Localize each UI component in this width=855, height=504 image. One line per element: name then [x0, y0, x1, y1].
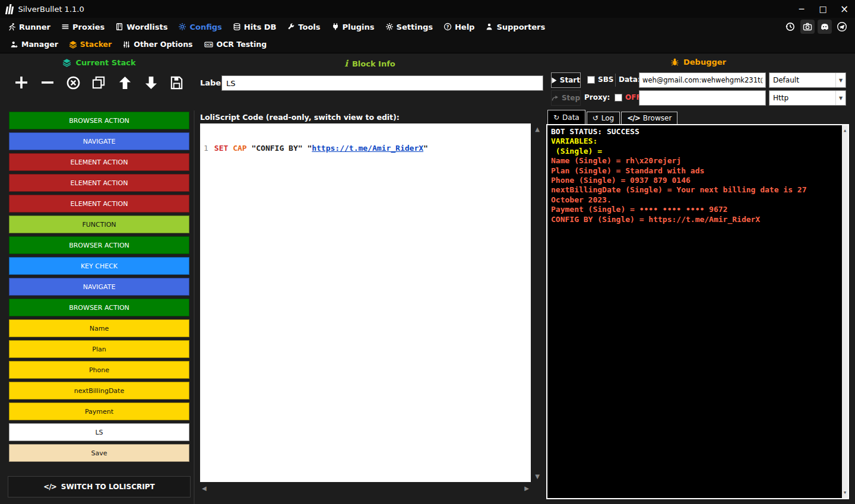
code-vertical-scrollbar[interactable]: ▲ ▼	[532, 123, 543, 482]
stack-block[interactable]: Name	[9, 319, 189, 337]
debugger-title: Debugger	[683, 58, 726, 66]
move-down-button[interactable]	[141, 73, 160, 92]
controls-divider	[615, 74, 616, 87]
current-stack-header: Current Stack	[7, 58, 191, 67]
debugger-output-line: Payment (Single) = •••• •••• •••• 9672	[551, 205, 838, 214]
menu-item-plugins[interactable]: Plugins	[326, 18, 380, 36]
scroll-down-arrow[interactable]: ▼	[535, 473, 540, 480]
code-caption: LoliScript Code (read-only, switch view …	[200, 113, 400, 122]
stack-block[interactable]: BROWSER ACTION	[9, 112, 189, 129]
debugger-output-line: Plan (Single) = Standard with ads	[551, 166, 838, 176]
menu-item-configs[interactable]: Configs	[173, 18, 227, 36]
block-info-title: Block Info	[352, 59, 395, 68]
stack-block[interactable]: FUNCTION	[9, 215, 189, 233]
output-scrollbar[interactable]: ▲ ▼	[842, 125, 848, 498]
sliders-icon	[122, 40, 131, 49]
sbs-checkbox[interactable]	[587, 76, 595, 84]
remove-block-button[interactable]	[38, 73, 57, 92]
code-horizontal-scrollbar[interactable]: ◀ ▶	[200, 483, 531, 493]
stack-block[interactable]: ELEMENT ACTION	[9, 153, 189, 171]
save-stack-button[interactable]	[167, 73, 186, 92]
stack-block[interactable]: ELEMENT ACTION	[9, 174, 189, 192]
step-button[interactable]: Step	[551, 90, 581, 106]
plus-icon	[14, 75, 29, 90]
configs-gear-icon	[178, 23, 186, 31]
switch-to-loliscript-button[interactable]: </> SWITCH TO LOLISCRIPT	[8, 476, 191, 497]
discord-button[interactable]	[818, 20, 832, 34]
menu-item-tools[interactable]: Tools	[281, 18, 325, 36]
chevron-down-icon: ▼	[835, 91, 846, 105]
telegram-button[interactable]	[835, 20, 849, 34]
proxy-checkbox[interactable]	[615, 94, 622, 102]
menu-item-hitsdb[interactable]: Hits DB	[227, 18, 282, 36]
window-title: SilverBullet 1.1.0	[18, 5, 84, 14]
scroll-left-arrow[interactable]: ◀	[202, 485, 207, 492]
stack-block[interactable]: NAVIGATE	[9, 278, 189, 296]
svg-text:?: ?	[446, 24, 449, 30]
debugger-panel: Debugger Start SBS Data: Default ▼ Step …	[546, 53, 850, 504]
debugger-output[interactable]: BOT STATUS: SUCCESS VARIABLES: (Single) …	[546, 124, 849, 499]
menu-item-runner[interactable]: Runner	[2, 18, 56, 36]
content-area: Current Stack BROWSER ACTION NAVIGATE EL…	[0, 53, 855, 504]
menu-item-proxies[interactable]: Proxies	[56, 18, 110, 36]
refresh-icon: ↻	[553, 113, 559, 122]
app-window: SilverBullet 1.1.0 ─ □ × Runner Proxies …	[0, 0, 855, 504]
move-up-button[interactable]	[116, 73, 135, 92]
stack-block[interactable]: Save	[9, 444, 189, 462]
scroll-up-arrow[interactable]: ▲	[535, 126, 540, 132]
history-button[interactable]	[783, 20, 797, 34]
debugger-output-line: Name (Single) = rh\x20rejerj	[551, 156, 838, 166]
block-label-input[interactable]	[221, 75, 543, 91]
submenu-item-stacker[interactable]: Stacker	[64, 36, 117, 53]
submenu-item-other-options[interactable]: Other Options	[117, 36, 198, 53]
screenshot-button[interactable]	[800, 20, 815, 34]
wordlist-type-select[interactable]: Default ▼	[769, 72, 846, 88]
scroll-down-arrow[interactable]: ▼	[844, 488, 846, 497]
add-block-button[interactable]	[12, 73, 31, 92]
close-button[interactable]: ×	[834, 0, 855, 18]
menu-item-wordlists[interactable]: Wordlists	[110, 18, 173, 36]
stack-block[interactable]: NAVIGATE	[9, 132, 189, 150]
stack-block[interactable]: LS	[9, 423, 189, 441]
stack-list: BROWSER ACTION NAVIGATE ELEMENT ACTION E…	[9, 112, 189, 465]
stack-block[interactable]: Phone	[9, 361, 189, 379]
clone-block-button[interactable]	[90, 73, 109, 92]
proxy-input[interactable]	[639, 90, 766, 106]
menu-item-supporters[interactable]: Supporters	[480, 18, 550, 36]
loliscript-code-editor[interactable]: 1SET CAP "CONFIG BY" "https://t.me/Amir_…	[200, 123, 531, 482]
stack-block[interactable]: KEY CHECK	[9, 257, 189, 275]
stack-block[interactable]: Payment	[9, 402, 189, 420]
manager-icon	[10, 40, 18, 49]
menu-item-settings[interactable]: Settings	[380, 18, 438, 36]
tab-log[interactable]: ↺ Log	[587, 112, 620, 125]
line-number: 1	[204, 144, 208, 153]
maximize-button[interactable]: □	[812, 0, 834, 18]
stack-block[interactable]: BROWSER ACTION	[9, 236, 189, 254]
stack-block[interactable]: nextBillingDate	[9, 382, 189, 400]
tab-data[interactable]: ↻ Data	[547, 110, 585, 125]
submenu-item-manager[interactable]: Manager	[5, 36, 64, 53]
data-input[interactable]	[639, 72, 766, 88]
clone-icon	[91, 75, 106, 90]
submenu-item-ocr-testing[interactable]: OCR OCR Testing	[198, 36, 273, 53]
proxy-type-select[interactable]: Http ▼	[769, 90, 846, 106]
supporters-icon	[485, 23, 493, 31]
menu-item-help[interactable]: ? Help	[438, 18, 480, 36]
debugger-output-line: nextBillingDate (Single) = Your next bil…	[551, 185, 838, 205]
disable-block-button[interactable]	[64, 73, 83, 92]
stack-block[interactable]: Plan	[9, 340, 189, 358]
scroll-up-arrow[interactable]: ▲	[844, 126, 846, 135]
scroll-right-arrow[interactable]: ▶	[524, 485, 529, 492]
plug-icon	[331, 23, 340, 31]
tab-browser[interactable]: </> Browser	[621, 112, 677, 125]
block-info-header: i Block Info	[196, 58, 544, 69]
panel-splitter[interactable]	[194, 110, 195, 504]
stack-block[interactable]: BROWSER ACTION	[9, 299, 189, 316]
stack-block[interactable]: ELEMENT ACTION	[9, 195, 189, 213]
telegram-icon	[837, 21, 847, 32]
start-button[interactable]: Start	[551, 72, 581, 88]
code-token: CAP	[233, 144, 251, 153]
minimize-button[interactable]: ─	[791, 0, 812, 18]
stacker-layers-icon	[69, 40, 77, 49]
debugger-output-line: (Single) =	[551, 147, 838, 156]
